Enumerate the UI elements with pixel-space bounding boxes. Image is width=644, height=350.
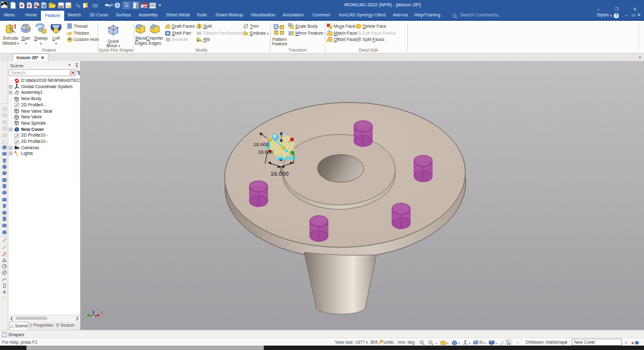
svg-text:X: X	[101, 311, 103, 314]
svg-text:16.000: 16.000	[277, 154, 295, 161]
svg-text:16.000: 16.000	[258, 149, 274, 155]
svg-text:Y: Y	[84, 310, 86, 313]
svg-text:16.000: 16.000	[271, 170, 289, 177]
svg-text:16.000: 16.000	[254, 142, 269, 147]
